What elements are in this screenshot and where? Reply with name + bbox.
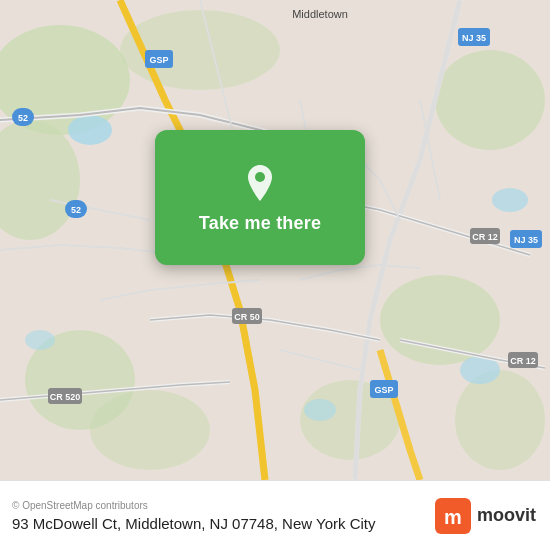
svg-text:CR 12: CR 12: [510, 356, 536, 366]
svg-text:m: m: [444, 506, 462, 528]
svg-text:CR 12: CR 12: [472, 232, 498, 242]
svg-text:52: 52: [18, 113, 28, 123]
svg-text:NJ 35: NJ 35: [514, 235, 538, 245]
svg-text:Middletown: Middletown: [292, 8, 348, 20]
svg-point-36: [255, 172, 265, 182]
svg-point-10: [68, 115, 112, 145]
svg-point-11: [492, 188, 528, 212]
svg-point-4: [380, 275, 500, 365]
address-text: 93 McDowell Ct, Middletown, NJ 07748, Ne…: [12, 515, 376, 532]
location-pin-icon: [238, 161, 282, 205]
moovit-logo: m moovit: [435, 498, 536, 534]
take-me-there-button-label: Take me there: [199, 213, 321, 234]
svg-point-7: [90, 390, 210, 470]
svg-point-5: [455, 370, 545, 470]
bottom-bar: © OpenStreetMap contributors 93 McDowell…: [0, 480, 550, 550]
svg-text:GSP: GSP: [374, 385, 393, 395]
svg-text:NJ 35: NJ 35: [462, 33, 486, 43]
moovit-brand-text: moovit: [477, 505, 536, 526]
svg-point-3: [435, 50, 545, 150]
copyright-text: © OpenStreetMap contributors: [12, 500, 376, 511]
take-me-there-card[interactable]: Take me there: [155, 130, 365, 265]
bottom-left-info: © OpenStreetMap contributors 93 McDowell…: [12, 500, 376, 532]
svg-point-13: [304, 399, 336, 421]
moovit-icon: m: [435, 498, 471, 534]
svg-text:CR 520: CR 520: [50, 392, 81, 402]
svg-text:52: 52: [71, 205, 81, 215]
svg-text:GSP: GSP: [149, 55, 168, 65]
svg-point-14: [25, 330, 55, 350]
svg-text:CR 50: CR 50: [234, 312, 260, 322]
